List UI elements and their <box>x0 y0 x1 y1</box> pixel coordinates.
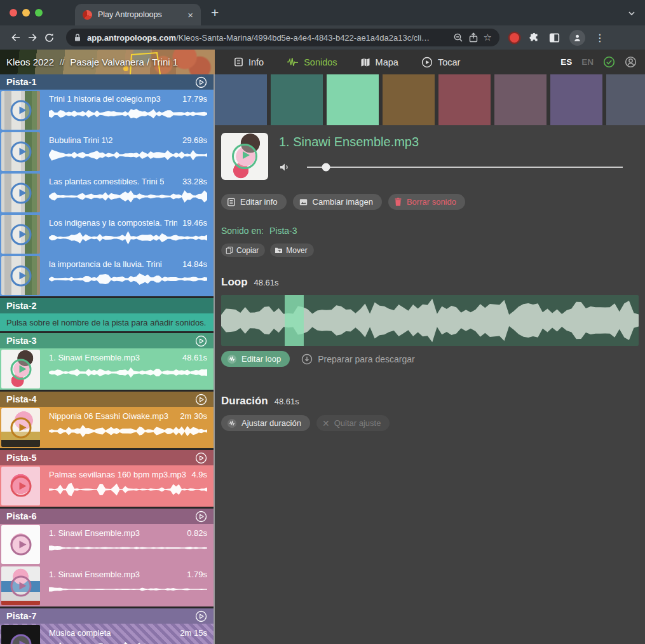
track-header[interactable]: Pista-2 <box>0 298 214 313</box>
address-bar[interactable]: app.antropoloops.com/Kleos-Santa-Marina/… <box>66 29 499 46</box>
clip-play-button[interactable] <box>10 534 31 555</box>
new-tab-button[interactable]: + <box>211 5 219 20</box>
clip-thumbnail[interactable] <box>1 525 40 564</box>
zoom-icon[interactable] <box>453 32 463 43</box>
adjust-duration-button[interactable]: Ajustar duración <box>221 415 310 431</box>
play-button[interactable] <box>232 144 257 169</box>
loop-selection-highlight[interactable] <box>285 295 304 346</box>
side-panel-icon[interactable] <box>549 32 560 43</box>
clip-thumbnail[interactable] <box>1 408 40 447</box>
clip-play-button[interactable] <box>10 265 31 286</box>
clip-play-button[interactable] <box>10 476 31 497</box>
track-header[interactable]: Pista-1 <box>0 74 214 90</box>
tab-search-chevron-icon[interactable] <box>627 9 636 18</box>
move-button[interactable]: Mover <box>270 243 313 257</box>
clip-thumbnail[interactable] <box>1 625 40 644</box>
track-color-swatch[interactable] <box>606 74 645 125</box>
clip-row[interactable]: Bubulina Trini 1\2 29.68s <box>0 131 214 172</box>
track-color-swatch[interactable] <box>550 74 602 125</box>
clip-row[interactable]: Trini 1 historia del colegio.mp3 17.79s <box>0 90 214 131</box>
track-color-swatch[interactable] <box>494 74 547 125</box>
clip-play-button[interactable] <box>10 417 31 438</box>
clip-row[interactable]: Musica completa 2m 15s <box>0 624 214 644</box>
track-play-button[interactable] <box>195 335 207 347</box>
clip-thumbnail[interactable] <box>1 174 40 212</box>
clip-row[interactable]: Las plantas comestibles. Trini 5 33.28s <box>0 172 214 214</box>
track-color-swatch[interactable] <box>215 74 267 125</box>
track-color-swatch[interactable] <box>327 74 379 125</box>
forward-icon[interactable] <box>24 29 41 46</box>
browser-menu-icon[interactable]: ⋮ <box>595 32 605 44</box>
minimize-window-button[interactable] <box>22 9 30 17</box>
edit-loop-button[interactable]: Editar loop <box>221 351 290 367</box>
share-icon[interactable] <box>469 32 478 43</box>
track-header[interactable]: Pista-3 <box>0 333 214 348</box>
loop-waveform[interactable] <box>221 295 639 346</box>
bookmark-star-icon[interactable]: ☆ <box>484 32 492 43</box>
clip-row[interactable]: Nipponia 06 Esashi Oiwake.mp3 2m 30s <box>0 407 214 448</box>
tab-tocar[interactable]: Tocar <box>421 57 460 68</box>
track-play-button[interactable] <box>195 510 207 523</box>
clip-play-button[interactable] <box>10 224 31 245</box>
clip-thumbnail[interactable] <box>1 350 40 388</box>
clip-thumbnail[interactable] <box>1 215 40 254</box>
sound-thumbnail[interactable] <box>221 133 268 180</box>
synced-check-icon[interactable] <box>603 56 615 68</box>
edit-info-button[interactable]: Editar info <box>221 194 287 210</box>
volume-thumb[interactable] <box>322 163 330 172</box>
reload-icon[interactable] <box>41 29 57 46</box>
back-icon[interactable] <box>8 29 24 46</box>
close-window-button[interactable] <box>10 9 17 17</box>
sound-in-track-link[interactable]: Pista-3 <box>269 226 297 236</box>
track-color-swatch[interactable] <box>383 74 435 125</box>
clip-row[interactable]: 1. Sinawi Ensemble.mp3 0.82s <box>0 524 214 565</box>
tab-mapa[interactable]: Mapa <box>360 57 398 67</box>
lang-en[interactable]: EN <box>581 57 594 67</box>
tab-close-icon[interactable]: × <box>187 10 193 20</box>
clip-thumbnail[interactable] <box>1 256 40 295</box>
tab-info[interactable]: Info <box>234 57 264 67</box>
prepare-download-button[interactable]: Preparar para descargar <box>301 353 415 365</box>
clip-row[interactable]: 1. Sinawi Ensemble.mp3 1.79s <box>0 565 214 606</box>
clip-thumbnail[interactable] <box>1 91 40 130</box>
track-header[interactable]: Pista-4 <box>0 392 214 407</box>
location-photo[interactable]: Kleos 2022 // Pasaje Valvanera / Trini 1 <box>0 50 215 74</box>
track-play-button[interactable] <box>195 394 207 406</box>
breadcrumb-page[interactable]: Pasaje Valvanera / Trini 1 <box>70 57 178 67</box>
clip-play-button[interactable] <box>10 359 31 380</box>
clip-play-button[interactable] <box>10 575 31 596</box>
tab-sonidos[interactable]: Sonidos <box>287 57 337 67</box>
clip-row[interactable]: Los indigenas y la compostela. Trini 19.… <box>0 214 214 255</box>
change-image-button[interactable]: Cambiar imágen <box>293 194 382 210</box>
clip-play-button[interactable] <box>10 100 31 121</box>
delete-sound-button[interactable]: Borrar sonido <box>388 194 465 210</box>
clip-play-button[interactable] <box>10 182 31 203</box>
account-icon[interactable] <box>625 56 637 68</box>
volume-icon[interactable] <box>279 162 290 172</box>
track-header[interactable]: Pista-5 <box>0 450 214 465</box>
track-play-button[interactable] <box>195 76 207 88</box>
breadcrumb-project[interactable]: Kleos 2022 <box>6 57 54 67</box>
extensions-puzzle-icon[interactable] <box>529 32 540 43</box>
clip-row[interactable]: la importancia de la lluvia. Trini 14.84… <box>0 255 214 296</box>
track-color-swatch[interactable] <box>271 74 323 125</box>
clip-play-button[interactable] <box>10 141 31 162</box>
track-header[interactable]: Pista-6 <box>0 509 214 524</box>
track-play-button[interactable] <box>195 610 207 622</box>
clip-thumbnail[interactable] <box>1 467 40 505</box>
clip-thumbnail[interactable] <box>1 566 40 605</box>
copy-button[interactable]: Copiar <box>221 243 265 257</box>
volume-slider[interactable] <box>307 167 623 168</box>
track-play-button[interactable] <box>195 452 207 464</box>
fullscreen-window-button[interactable] <box>35 9 43 17</box>
remove-adjust-button[interactable]: ✕ Quitar ajuste <box>316 415 390 431</box>
profile-avatar[interactable] <box>569 30 585 46</box>
recording-extension-icon[interactable] <box>510 33 519 43</box>
clip-row[interactable]: 1. Sinawi Ensemble.mp3 48.61s <box>0 348 214 390</box>
track-color-swatch[interactable] <box>438 74 491 125</box>
browser-tab[interactable]: Play Antropoloops × <box>75 4 201 25</box>
track-header[interactable]: Pista-7 <box>0 608 214 624</box>
clip-row[interactable]: Palmas sevillanas 160 bpm mp3.mp3 4.9s <box>0 465 214 507</box>
clip-thumbnail[interactable] <box>1 132 40 171</box>
lang-es[interactable]: ES <box>560 57 572 67</box>
